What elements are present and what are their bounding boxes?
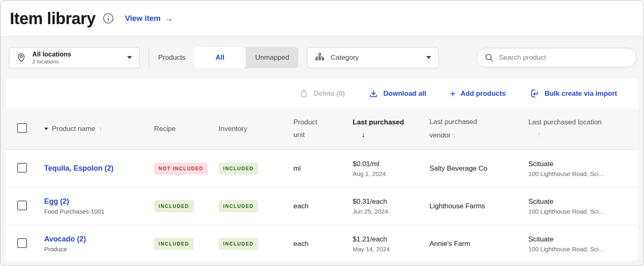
add-products-label: Add products — [461, 90, 506, 98]
table-row: Egg (2) Food Purchases-1001 INCLUDED INC… — [6, 187, 638, 225]
recipe-status-badge: INCLUDED — [154, 200, 194, 212]
product-subname: Produce — [44, 246, 154, 252]
column-recipe-label: Recipe — [154, 125, 176, 133]
segment-all[interactable]: All — [194, 47, 246, 68]
import-icon — [529, 88, 539, 99]
product-unit: ml — [286, 165, 345, 173]
row-checkbox[interactable] — [17, 163, 27, 173]
last-purchased-location: Scituate — [528, 198, 634, 206]
column-recipe: Recipe — [154, 125, 219, 133]
chevron-down-icon — [426, 56, 431, 59]
last-purchased-date: Aug 1, 2024 — [353, 170, 422, 177]
column-product-name-label: Product name — [52, 125, 95, 133]
column-last-purchased-vendor[interactable]: Last purchased vendor ↑ — [422, 116, 483, 142]
sort-asc-icon: ↑ — [453, 131, 456, 139]
column-last-purchased-location[interactable]: Last purchased location ↑ — [521, 118, 634, 140]
product-unit: each — [286, 240, 345, 248]
search-box — [476, 48, 637, 68]
view-item-link[interactable]: View item → — [125, 14, 173, 23]
row-checkbox[interactable] — [17, 238, 27, 248]
download-icon — [369, 89, 378, 99]
last-purchased-date: May 14, 2024 — [353, 246, 422, 252]
last-purchased-location: Scituate — [528, 235, 634, 243]
bulk-import-button[interactable]: Bulk create via import — [529, 88, 617, 99]
last-purchased-date: Jun 25, 2024 — [353, 208, 422, 215]
inventory-status-badge: INCLUDED — [219, 200, 258, 212]
product-name-link[interactable]: Egg (2) — [44, 197, 154, 206]
column-last-purchased[interactable]: Last purchased ↓ — [345, 118, 422, 140]
plus-icon: + — [450, 89, 456, 99]
arrow-right-icon: → — [165, 14, 173, 23]
delete-button-label: Delete (0) — [313, 90, 345, 98]
download-all-button[interactable]: Download all — [369, 89, 426, 99]
category-hierarchy-icon — [314, 52, 325, 63]
last-purchased-vendor: Annie's Farm — [422, 240, 521, 248]
delete-button[interactable]: Delete (0) — [299, 89, 345, 98]
view-item-label: View item — [125, 14, 161, 23]
item-table-card: Delete (0) Download all + Add products — [6, 79, 638, 261]
sort-asc-icon: ↑ — [528, 130, 634, 140]
location-filter-text: All locations 2 locations — [32, 50, 71, 65]
row-checkbox[interactable] — [17, 201, 27, 210]
category-filter-dropdown[interactable]: Category — [307, 47, 439, 68]
product-name-link[interactable]: Tequila, Espolon (2) — [44, 164, 154, 173]
bulk-import-label: Bulk create via import — [544, 90, 617, 98]
column-product-unit-label: Product unit — [293, 116, 330, 141]
page-header: Item library View item → — [1, 1, 643, 36]
sort-asc-icon: ↑ — [99, 125, 103, 133]
product-name-link[interactable]: Avocado (2) — [44, 235, 154, 244]
location-filter-sublabel: 2 locations — [32, 59, 71, 65]
table-action-bar: Delete (0) Download all + Add products — [6, 79, 638, 108]
last-purchased-vendor: Lighthouse Farms — [422, 202, 521, 210]
page-title: Item library — [10, 9, 96, 28]
products-toggle-label: Products — [158, 54, 186, 62]
column-last-purchased-location-label: Last purchased location — [528, 118, 634, 127]
inventory-status-badge: INCLUDED — [219, 162, 258, 175]
filter-divider — [149, 47, 149, 68]
last-purchased-address: 100 Lighthouse Road, Sci… — [528, 208, 634, 215]
last-purchased-price: $0.01/ml — [353, 160, 422, 168]
select-all-cell — [17, 123, 37, 135]
trash-icon — [299, 89, 309, 98]
filter-bar: All locations 2 locations Products All U… — [1, 36, 643, 79]
category-filter-value: Category — [331, 54, 359, 62]
last-purchased-vendor: Salty Beverage Co — [422, 165, 521, 173]
table-row: Avocado (2) Produce INCLUDED INCLUDED ea… — [6, 225, 638, 261]
info-icon[interactable] — [102, 12, 114, 25]
product-subname: Food Purchases-1001 — [44, 208, 154, 215]
column-product-unit: Product unit — [286, 116, 345, 141]
table-row: Tequila, Espolon (2) NOT INCLUDED INCLUD… — [6, 149, 638, 187]
recipe-status-badge: NOT INCLUDED — [154, 162, 208, 175]
segment-unmapped[interactable]: Unmapped — [246, 47, 298, 68]
chevron-down-icon — [127, 56, 132, 59]
add-products-button[interactable]: + Add products — [450, 89, 506, 99]
inventory-status-badge: INCLUDED — [219, 238, 258, 250]
select-all-checkbox[interactable] — [17, 123, 27, 133]
search-icon — [484, 53, 494, 63]
location-filter-value: All locations — [32, 50, 71, 59]
column-product-name[interactable]: Product name ↑ — [37, 125, 154, 133]
last-purchased-address: 100 Lighthouse Road, Sci… — [528, 170, 634, 177]
column-inventory: Inventory — [219, 125, 286, 133]
location-filter-dropdown[interactable]: All locations 2 locations — [9, 47, 140, 68]
last-purchased-price: $1.21/each — [353, 235, 422, 243]
last-purchased-address: 100 Lighthouse Road, Sci… — [528, 246, 634, 252]
search-input[interactable] — [499, 54, 629, 62]
last-purchased-location: Scituate — [528, 160, 634, 168]
caret-down-icon — [44, 128, 48, 130]
recipe-status-badge: INCLUDED — [154, 238, 194, 250]
column-inventory-label: Inventory — [219, 125, 247, 133]
sort-desc-icon: ↓ — [353, 130, 422, 140]
product-unit: each — [286, 202, 345, 210]
last-purchased-price: $0.31/each — [353, 198, 422, 206]
column-last-purchased-label: Last purchased — [353, 118, 422, 127]
location-pin-icon — [16, 52, 27, 63]
products-segmented-control: All Unmapped — [194, 47, 298, 68]
table-header-row: Product name ↑ Recipe Inventory Product … — [6, 108, 638, 149]
download-all-label: Download all — [383, 90, 426, 98]
